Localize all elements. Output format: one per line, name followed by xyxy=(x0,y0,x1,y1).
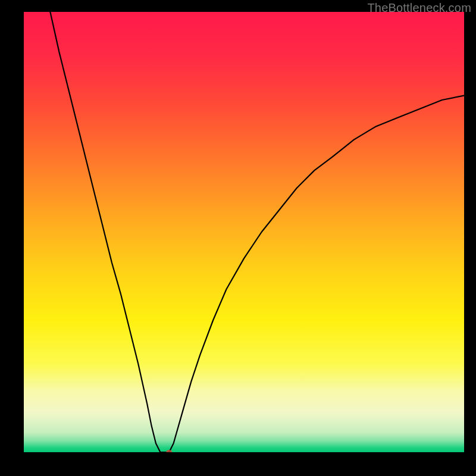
chart-frame: TheBottleneck.com xyxy=(0,0,476,476)
gradient-background xyxy=(24,12,464,452)
bottleneck-chart xyxy=(24,12,464,452)
plot-area xyxy=(24,12,464,453)
